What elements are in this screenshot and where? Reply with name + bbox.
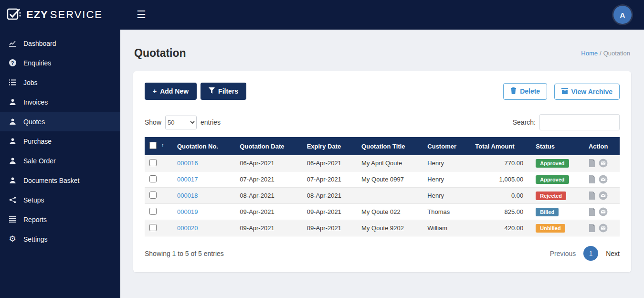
quotation-title: My April Qoute (357, 155, 422, 171)
sidebar-item-settings[interactable]: ⚙ Settings (0, 229, 120, 249)
filters-button[interactable]: Filters (201, 83, 246, 100)
select-all-header[interactable]: ↑ (145, 137, 172, 155)
total-amount: 825.00 (470, 204, 531, 220)
pdf-icon[interactable] (589, 159, 595, 167)
row-checkbox[interactable] (149, 159, 157, 166)
row-checkbox[interactable] (149, 208, 157, 215)
header-total-amount[interactable]: Total Amount (470, 137, 531, 155)
row-checkbox[interactable] (149, 224, 157, 231)
trash-icon (510, 87, 517, 96)
pdf-icon[interactable] (589, 224, 595, 232)
expiry-date: 08-Apr-2021 (302, 188, 357, 204)
top-bar: EZYSERVICE ☰ A (0, 0, 644, 30)
hamburger-menu-icon[interactable]: ☰ (137, 10, 146, 20)
page-title: Quotation (134, 47, 186, 60)
table-row: 000016 06-Apr-2021 06-Apr-2021 My April … (145, 155, 620, 171)
quotation-link[interactable]: 000016 (177, 160, 198, 167)
breadcrumb-current: Quotation (603, 50, 630, 57)
sidebar-item-label: Sale Order (23, 157, 56, 165)
sidebar-item-invoices[interactable]: Invoices (0, 92, 120, 112)
sidebar-item-jobs[interactable]: Jobs (0, 73, 120, 92)
header-quotation-title[interactable]: Quotation Title (357, 137, 422, 155)
breadcrumb: Home/Quotation (581, 50, 630, 57)
sidebar-item-label: Settings (23, 235, 48, 243)
header-expiry-date[interactable]: Expiry Date (302, 137, 357, 155)
person-icon (8, 98, 17, 106)
show-label: Show (145, 118, 161, 126)
customer: Thomas (422, 204, 470, 220)
quotation-title: My Qoute 9202 (357, 220, 422, 236)
expiry-date: 09-Apr-2021 (302, 220, 357, 236)
add-new-button[interactable]: + Add New (145, 83, 197, 100)
email-icon[interactable] (599, 159, 608, 168)
customer: Henry (422, 171, 470, 188)
expiry-date: 06-Apr-2021 (302, 155, 357, 171)
quotation-link[interactable]: 000020 (177, 224, 198, 232)
table-row: 000019 09-Apr-2021 09-Apr-2021 My Qoute … (145, 204, 620, 220)
select-all-checkbox[interactable] (149, 142, 157, 149)
header-action[interactable]: Action (584, 137, 620, 155)
view-archive-button[interactable]: View Archive (554, 84, 620, 100)
previous-page-button[interactable]: Previous (550, 250, 576, 257)
question-icon: ? (8, 59, 17, 66)
sidebar-item-documents-basket[interactable]: Documents Basket (0, 170, 120, 190)
plus-icon: + (153, 87, 157, 95)
pagination: Previous 1 Next (550, 246, 620, 261)
email-icon[interactable] (599, 175, 608, 184)
gear-icon: ⚙ (8, 235, 17, 243)
total-amount: 770.00 (470, 155, 531, 171)
quotation-date: 09-Apr-2021 (235, 204, 302, 220)
quotation-title: My Qoute 0997 (357, 171, 422, 188)
brand: EZYSERVICE (0, 6, 120, 23)
quotation-title: My Qoute 022 (357, 204, 422, 220)
breadcrumb-home-link[interactable]: Home (581, 50, 598, 57)
sidebar-item-enquiries[interactable]: ? Enquiries (0, 53, 120, 73)
brand-name: EZYSERVICE (26, 9, 103, 21)
sidebar: Dashboard ? Enquiries Jobs Invoices Quot… (0, 30, 120, 298)
sidebar-item-label: Reports (23, 216, 47, 224)
entries-summary: Showing 1 to 5 of 5 entries (145, 250, 224, 257)
quotation-link[interactable]: 000018 (177, 192, 198, 199)
header-quotation-date[interactable]: Quotation Date (235, 137, 302, 155)
header-quotation-no[interactable]: Quotation No. (172, 137, 235, 155)
email-icon[interactable] (599, 207, 608, 216)
quotation-date: 08-Apr-2021 (235, 188, 302, 204)
sidebar-item-reports[interactable]: Reports (0, 210, 120, 229)
quotation-link[interactable]: 000017 (177, 176, 198, 183)
table-header-row: ↑ Quotation No. Quotation Date Expiry Da… (145, 137, 620, 155)
entries-select[interactable]: 50 (165, 116, 197, 129)
sidebar-item-purchase[interactable]: Purchase (0, 131, 120, 151)
sidebar-item-dashboard[interactable]: Dashboard (0, 33, 120, 53)
archive-box-icon (561, 88, 568, 96)
status-badge: Approved (536, 175, 569, 184)
brand-logo-icon (7, 6, 22, 23)
search-label: Search: (513, 118, 536, 126)
header-customer[interactable]: Customer (422, 137, 470, 155)
avatar[interactable]: A (613, 6, 632, 24)
next-page-button[interactable]: Next (606, 250, 620, 257)
pdf-icon[interactable] (589, 175, 595, 183)
sidebar-item-label: Invoices (23, 98, 48, 106)
status-badge: Billed (536, 208, 559, 216)
quotation-card: + Add New Filters Delete (133, 71, 631, 272)
total-amount: 1,005.00 (470, 171, 531, 188)
pdf-icon[interactable] (589, 192, 595, 200)
pdf-icon[interactable] (589, 208, 595, 216)
header-status[interactable]: Status (531, 137, 584, 155)
status-badge: Rejected (536, 192, 566, 200)
row-checkbox[interactable] (149, 192, 157, 199)
delete-button[interactable]: Delete (503, 83, 547, 100)
sidebar-item-setups[interactable]: Setups (0, 190, 120, 210)
row-checkbox[interactable] (149, 175, 157, 182)
email-icon[interactable] (599, 224, 608, 233)
table-row: 000018 08-Apr-2021 08-Apr-2021 Henry 0.0… (145, 188, 620, 204)
person-icon (8, 138, 17, 145)
search-input[interactable] (539, 114, 620, 130)
email-icon[interactable] (599, 191, 608, 200)
sidebar-item-quotes[interactable]: Quotes (0, 112, 120, 131)
sidebar-item-sale-order[interactable]: Sale Order (0, 151, 120, 170)
page-number-button[interactable]: 1 (583, 246, 598, 261)
table-row: 000020 09-Apr-2021 09-Apr-2021 My Qoute … (145, 220, 620, 236)
quotation-link[interactable]: 000019 (177, 208, 198, 215)
lines-icon (8, 216, 17, 223)
